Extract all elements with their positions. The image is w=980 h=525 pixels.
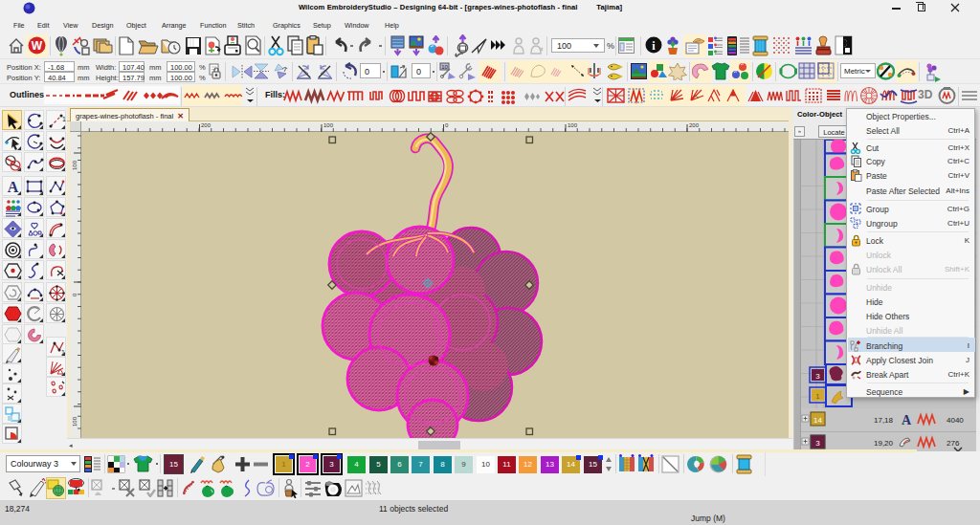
svg-text:276: 276	[947, 439, 960, 448]
svg-text:A: A	[902, 413, 912, 427]
svg-text:100: 100	[323, 122, 334, 128]
svg-text:A: A	[8, 179, 19, 195]
svg-text:0: 0	[445, 122, 449, 128]
svg-text:1: 1	[61, 349, 65, 356]
svg-text:200: 200	[689, 122, 700, 128]
svg-text:10: 10	[441, 64, 448, 70]
svg-text:3: 3	[815, 439, 820, 448]
svg-text:200: 200	[201, 122, 212, 128]
svg-text:100: 100	[72, 416, 78, 427]
svg-text:1: 1	[62, 116, 66, 122]
svg-text:1: 1	[815, 392, 820, 401]
svg-text:19,20: 19,20	[874, 439, 894, 448]
svg-text:14: 14	[813, 416, 822, 425]
svg-text:4040: 4040	[947, 416, 964, 425]
svg-text:W: W	[32, 39, 43, 53]
svg-text:17,18: 17,18	[874, 416, 894, 425]
svg-text:100: 100	[72, 160, 78, 170]
svg-text:0: 0	[72, 293, 78, 296]
svg-text:3: 3	[815, 372, 820, 381]
svg-text:100: 100	[568, 122, 578, 128]
